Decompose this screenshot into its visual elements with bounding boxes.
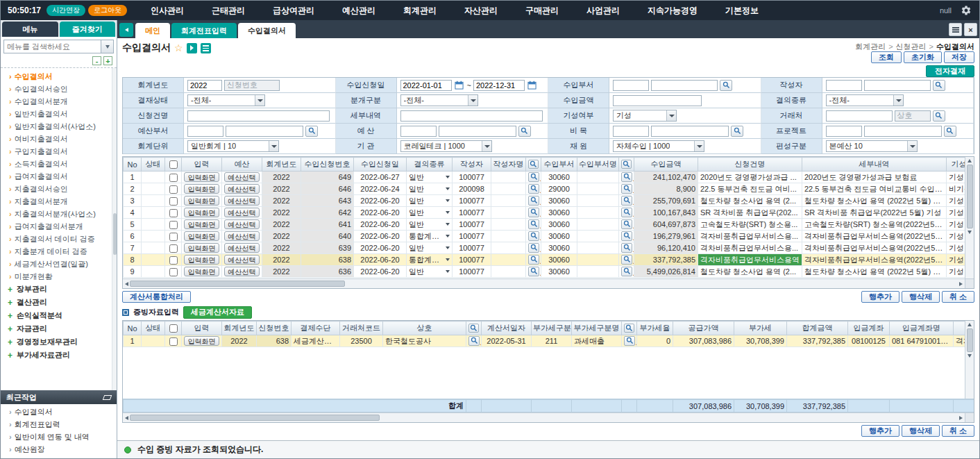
delete-row-button[interactable]: 행삭제 <box>902 425 940 437</box>
search-icon[interactable] <box>621 243 632 253</box>
close-icon[interactable]: × <box>964 23 977 36</box>
filter-input[interactable] <box>439 126 516 137</box>
row-checkbox[interactable] <box>169 233 178 241</box>
add-row-button[interactable]: 행추가 <box>861 425 899 437</box>
row-checkbox[interactable] <box>169 174 178 182</box>
search-button[interactable]: 조회 <box>871 51 902 63</box>
giseong-select[interactable]: 기성 <box>949 267 965 277</box>
horizontal-scrollbar[interactable] <box>123 413 965 422</box>
delete-row-button[interactable]: 행삭제 <box>902 291 940 303</box>
row-checkbox[interactable] <box>169 244 178 253</box>
filter-input[interactable] <box>651 126 729 137</box>
grid1-row[interactable]: 8입력화면예산선택20226382022-06-20통합계산서100077300… <box>124 254 965 266</box>
filter-input[interactable] <box>895 110 931 122</box>
giseong-select[interactable]: 기성 <box>949 255 965 265</box>
decision-type-select[interactable]: 일반 <box>409 219 450 230</box>
decision-type-select[interactable]: 통합계산서 <box>409 255 450 265</box>
sidebar-item[interactable]: ›수입결의서분개 <box>1 95 117 108</box>
budget-select-button[interactable]: 예산선택 <box>224 219 260 229</box>
search-icon[interactable] <box>528 267 539 276</box>
e-approval-button[interactable]: 전자결재 <box>926 65 974 77</box>
sidebar-item[interactable]: ›여비지출결의서 <box>1 133 117 145</box>
grid1-row[interactable]: 1입력화면예산선택20226492022-06-27일반100077300602… <box>124 172 965 183</box>
search-icon[interactable] <box>528 255 539 265</box>
filter-input[interactable] <box>826 126 862 137</box>
decision-type-select[interactable]: 일반 <box>409 267 450 277</box>
sidebar-item[interactable]: ›세금계산서연결(일괄) <box>1 258 117 270</box>
sidebar-item[interactable]: ›일반지출결의서 <box>1 108 117 120</box>
sidebar-tab-favorites[interactable]: 즐겨찾기 <box>60 22 116 37</box>
sidebar-item[interactable]: ›지출결의서분개 <box>1 195 117 208</box>
recent-item[interactable]: ›수입결의서 <box>1 406 117 418</box>
filter-select[interactable]: -전체- <box>826 94 904 106</box>
search-icon[interactable] <box>933 110 945 122</box>
sidebar-item[interactable]: ›지출결의서분개(사업소) <box>1 208 117 220</box>
save-button[interactable]: 저장 <box>944 51 974 63</box>
cancel-button[interactable]: 취 소 <box>942 291 974 303</box>
list-icon[interactable] <box>201 43 211 53</box>
search-icon[interactable] <box>468 336 480 346</box>
filter-input[interactable] <box>224 80 280 91</box>
tab-list-icon[interactable] <box>949 23 962 36</box>
filter-input[interactable] <box>400 80 452 91</box>
filter-input[interactable] <box>613 126 649 137</box>
giseong-select[interactable]: 비기성 <box>949 184 965 194</box>
calendar-icon[interactable] <box>454 80 465 90</box>
filter-input[interactable] <box>826 80 862 91</box>
sidebar-item[interactable]: ›급여지출결의서분개 <box>1 220 117 233</box>
sidebar-item[interactable]: ›지출결의서 데이터 검증 <box>1 233 117 245</box>
grid1-row[interactable]: 6입력화면예산선택20226402022-06-20통합계산서100077300… <box>124 231 965 242</box>
input-screen-button[interactable]: 입력화면 <box>184 255 219 265</box>
sidebar-item[interactable]: ›지출결의서승인 <box>1 183 117 195</box>
sidebar-item[interactable]: ›지출분개 데이터 검증 <box>1 245 117 258</box>
decision-type-select[interactable]: 일반 <box>409 196 450 206</box>
search-icon[interactable] <box>518 126 531 137</box>
filter-input[interactable] <box>226 126 303 137</box>
budget-select-button[interactable]: 예산선택 <box>224 172 260 182</box>
recent-item[interactable]: ›일반이체 연동 및 내역 <box>1 431 117 443</box>
sidebar-tab-menu[interactable]: 메뉴 <box>2 22 58 37</box>
row-checkbox[interactable] <box>169 256 178 265</box>
recent-item[interactable]: ›회계전표입력 <box>1 418 117 431</box>
search-icon[interactable] <box>528 196 539 206</box>
topbar-menu[interactable]: 인사관리 <box>151 5 184 17</box>
favorite-star-icon[interactable]: ☆ <box>174 42 183 53</box>
grid1-row[interactable]: 7입력화면예산선택20226392022-06-20일반100077300609… <box>124 242 965 254</box>
giseong-select[interactable]: 기성 <box>949 243 965 253</box>
search-icon[interactable] <box>621 267 632 276</box>
budget-select-button[interactable]: 예산선택 <box>224 243 260 253</box>
search-icon[interactable] <box>528 243 539 253</box>
input-screen-button[interactable]: 입력화면 <box>184 336 219 346</box>
search-icon[interactable] <box>720 80 732 91</box>
menu-search-input[interactable] <box>3 40 101 53</box>
giseong-select[interactable]: 기성 <box>949 219 965 230</box>
scrollbar-thumb[interactable] <box>967 165 973 228</box>
select-all-checkbox[interactable] <box>169 324 178 333</box>
filter-input[interactable] <box>400 126 437 137</box>
filter-select[interactable]: 본예산 10 <box>826 140 918 152</box>
chevron-down-icon[interactable] <box>101 40 114 53</box>
filter-input[interactable] <box>864 126 942 137</box>
row-checkbox[interactable] <box>169 268 178 276</box>
input-screen-button[interactable]: 입력화면 <box>184 184 219 194</box>
filter-input[interactable] <box>651 80 718 91</box>
tab-수입결의서[interactable]: 수입결의서 <box>238 23 296 38</box>
row-checkbox[interactable] <box>169 337 178 346</box>
sidebar-group[interactable]: +부가세자료관리 <box>1 349 117 362</box>
decision-type-select[interactable]: 일반 <box>409 208 450 218</box>
grid1-row[interactable]: 5입력화면예산선택20226412022-06-20일반100077300606… <box>124 219 965 231</box>
input-screen-button[interactable]: 입력화면 <box>184 231 219 241</box>
search-icon[interactable] <box>621 219 632 229</box>
popup-icon[interactable] <box>187 43 197 53</box>
decision-type-select[interactable]: 일반 <box>409 184 450 194</box>
search-icon[interactable] <box>621 196 632 206</box>
budget-select-button[interactable]: 예산선택 <box>224 255 260 265</box>
grid1-row[interactable]: 3입력화면예산선택20226432022-06-20일반100077300602… <box>124 195 965 207</box>
input-screen-button[interactable]: 입력화면 <box>184 243 219 253</box>
filter-input[interactable] <box>473 80 525 91</box>
sidebar-scrollbar[interactable] <box>112 68 117 390</box>
collapse-all-button[interactable]: - <box>92 56 101 65</box>
sidebar-item[interactable]: ›소득지출결의서 <box>1 158 117 170</box>
search-icon[interactable] <box>528 172 539 182</box>
tab-회계전표입력[interactable]: 회계전표입력 <box>171 23 237 38</box>
